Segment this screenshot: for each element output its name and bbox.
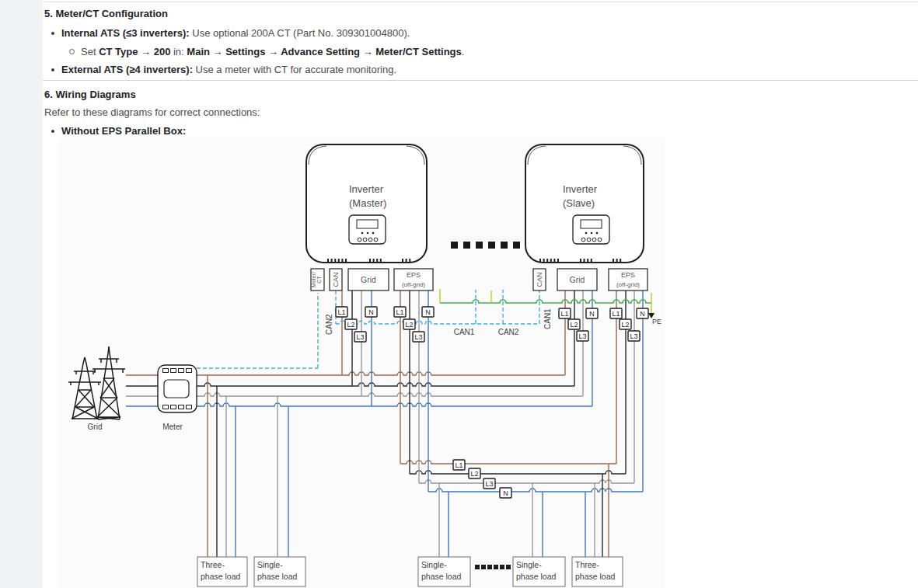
terminal-tick bbox=[402, 259, 403, 263]
wire-label-l2: L2 bbox=[345, 319, 357, 329]
can1-slave-label: CAN1 bbox=[543, 308, 552, 329]
bullet-external-ats: External ATS (≥4 inverters): Use a meter… bbox=[43, 64, 396, 75]
section6-heading: 6. Wiring Diagrams bbox=[44, 89, 136, 100]
terminal-tick bbox=[327, 259, 329, 263]
port-grid-master-label: Grid bbox=[361, 275, 376, 284]
inverter-master-role: (Master) bbox=[349, 197, 386, 209]
load-box-2: Single-phase load bbox=[418, 557, 470, 586]
terminal-tick bbox=[345, 259, 347, 263]
load-label-line2: phase load bbox=[516, 572, 557, 581]
wire-label-l2: L2 bbox=[568, 319, 580, 329]
pe-bus bbox=[440, 300, 651, 303]
terminal-tick bbox=[369, 259, 371, 263]
terminal-tick bbox=[591, 259, 592, 263]
port-meter-ct-label1: Meter/ bbox=[311, 272, 316, 287]
wire-label-text: L2 bbox=[405, 321, 413, 329]
terminal-tick bbox=[550, 259, 552, 263]
dot-square bbox=[463, 242, 470, 249]
terminal-tick bbox=[341, 259, 343, 263]
wire-label-n: N bbox=[637, 308, 648, 318]
terminal-tick bbox=[543, 259, 545, 263]
wiring-diagram: PE Grid Me bbox=[58, 137, 665, 588]
wire-label-text: L1 bbox=[455, 461, 462, 469]
wire-label-n: N bbox=[500, 488, 511, 498]
hollow-bullet-icon bbox=[69, 49, 75, 54]
terminal-tick bbox=[620, 259, 621, 263]
section-divider bbox=[43, 80, 918, 81]
port-can-slave-label: CAN bbox=[536, 272, 543, 287]
wire-label-text: L1 bbox=[337, 308, 345, 316]
can2-bus-label: CAN2 bbox=[498, 328, 519, 336]
wire-label-l3: L3 bbox=[483, 478, 495, 489]
port-eps-slave-label2: (off-grid) bbox=[616, 281, 640, 288]
meter-screen bbox=[164, 380, 189, 398]
can2-meter-label: CAN2 bbox=[325, 314, 333, 335]
more-loads-dots-icon bbox=[475, 565, 511, 569]
terminal-tick bbox=[616, 259, 618, 263]
pe-label: PE bbox=[652, 318, 661, 325]
dot-square bbox=[501, 242, 508, 249]
wire-label-l2: L2 bbox=[620, 319, 631, 329]
can-bus-stubs bbox=[476, 290, 539, 324]
grid-caption: Grid bbox=[88, 423, 103, 431]
terminal-tick bbox=[546, 259, 548, 263]
wire-label-l3: L3 bbox=[413, 332, 424, 342]
more-inverters-dots-icon bbox=[451, 242, 520, 249]
dot-square bbox=[476, 242, 483, 249]
port-meter-ct-label2: CT bbox=[316, 276, 322, 284]
generated-labels: L1L2L3NL1L2L3NL1L2L3NL1L2L3NL1L2L3NThree… bbox=[197, 307, 648, 586]
terminal-tick bbox=[331, 259, 333, 263]
bullet-internal-ats-text: Internal ATS (≤3 inverters): Use optiona… bbox=[61, 27, 410, 39]
terminal-tick bbox=[553, 259, 555, 263]
terminal-tick bbox=[587, 259, 588, 263]
terminal-tick bbox=[376, 259, 378, 263]
terminal-tick bbox=[338, 259, 340, 263]
bus-blue bbox=[428, 489, 643, 492]
wire-label-text: L3 bbox=[630, 332, 637, 340]
wire-label-l2: L2 bbox=[403, 319, 415, 329]
terminal-tick bbox=[334, 259, 336, 263]
wire-label-text: L2 bbox=[621, 321, 629, 329]
bullet-dot-icon bbox=[51, 130, 54, 133]
wire-label-text: L3 bbox=[578, 332, 586, 340]
terminal-tick bbox=[580, 259, 581, 263]
sub-bullet-text: Set CT Type → 200 in: Main → Settings → … bbox=[81, 46, 464, 57]
inverter-slave-role: (Slave) bbox=[563, 197, 595, 209]
wire-label-l1: L1 bbox=[610, 308, 622, 318]
wire-label-l1: L1 bbox=[453, 460, 465, 470]
wire-label-text: L1 bbox=[560, 310, 568, 318]
dot-square bbox=[500, 565, 504, 569]
terminal-tick bbox=[557, 259, 559, 263]
wire-label-text: L3 bbox=[414, 333, 422, 341]
load-label-line1: Single- bbox=[257, 560, 283, 569]
load-box-0: Three-phase load bbox=[197, 557, 247, 586]
wire-label-n: N bbox=[422, 307, 434, 317]
port-eps-master-label2: (off-grid) bbox=[402, 281, 425, 288]
can1-bus-label: CAN1 bbox=[454, 328, 475, 336]
load-label-line2: phase load bbox=[201, 572, 241, 581]
load-box-3: Single-phase load bbox=[513, 557, 565, 586]
load-label-line1: Three- bbox=[201, 560, 225, 569]
wire-label-text: N bbox=[368, 308, 374, 316]
dot-square bbox=[494, 565, 498, 569]
bus-brown bbox=[400, 461, 616, 464]
dot-square bbox=[488, 242, 495, 249]
wiring-diagram-svg: PE Grid Me bbox=[58, 137, 665, 588]
wire-label-text: N bbox=[640, 310, 645, 318]
can2-meter-line bbox=[197, 293, 318, 368]
dot-square bbox=[487, 565, 492, 569]
bullet-dot-icon bbox=[51, 68, 54, 71]
top-divider bbox=[44, 2, 918, 2]
inverter-slave: Inverter (Slave) bbox=[525, 144, 644, 263]
wire-label-text: L1 bbox=[396, 308, 403, 316]
wire-label-text: N bbox=[425, 308, 431, 316]
wire-label-l1: L1 bbox=[336, 307, 347, 317]
port-can-master-label: CAN bbox=[332, 272, 340, 287]
document-content: 5. Meter/CT Configuration Internal ATS (… bbox=[43, 0, 918, 588]
grid-towers-icon bbox=[68, 346, 125, 419]
port-grid-slave-label: Grid bbox=[570, 275, 585, 284]
port-eps-slave-label1: EPS bbox=[621, 271, 635, 279]
can-bus-line bbox=[336, 321, 539, 324]
load-box-4: Three-phase load bbox=[572, 557, 623, 586]
bullet-without-eps-text: Without EPS Parallel Box: bbox=[61, 125, 186, 137]
